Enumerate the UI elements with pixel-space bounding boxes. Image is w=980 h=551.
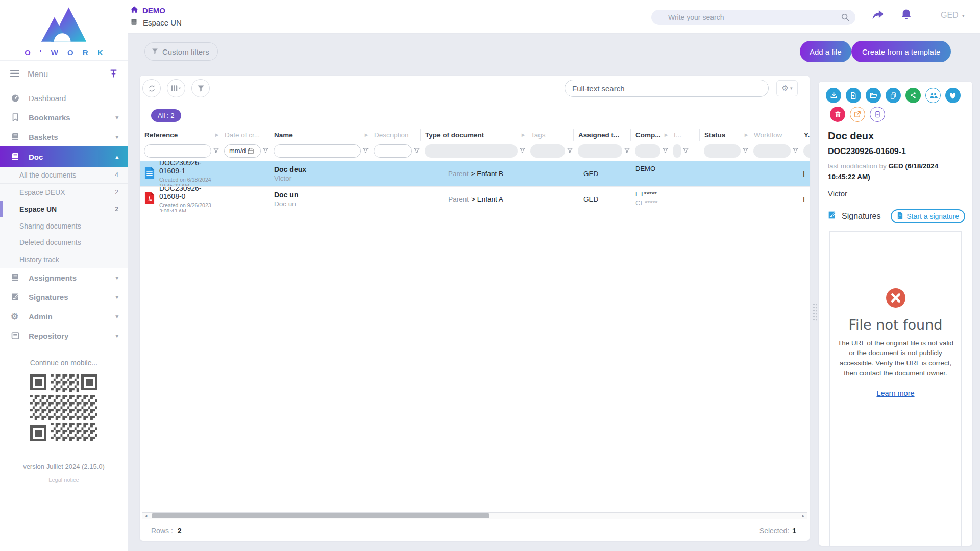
panel-resize-handle[interactable]	[813, 303, 818, 321]
user-menu[interactable]: GED ▾	[941, 11, 965, 20]
column-header-date[interactable]: Date of cr...	[220, 129, 270, 141]
fulltext-search-input[interactable]	[565, 80, 769, 97]
expand-column-icon[interactable]: ▸	[522, 131, 526, 138]
legal-notice-link[interactable]: Legal notice	[0, 477, 128, 483]
funnel-icon[interactable]	[567, 148, 573, 154]
filter-button[interactable]	[191, 79, 210, 97]
column-header-workflow[interactable]: Workflow	[749, 129, 799, 141]
column-header-y[interactable]: Y...	[799, 129, 810, 141]
scrollbar-track[interactable]	[150, 513, 800, 519]
filter-date-input[interactable]: mm/d	[224, 144, 261, 158]
funnel-icon[interactable]	[363, 148, 369, 154]
chevron-down-icon: ▾	[115, 114, 118, 121]
menu-row[interactable]: Menu	[0, 60, 128, 88]
assign-users-button[interactable]	[925, 88, 941, 103]
column-header-type[interactable]: Type of document▸	[421, 129, 526, 141]
column-header-description[interactable]: Description	[370, 129, 421, 141]
table-row[interactable]: DOC230926-01609-1 Created on 6/18/2024 1…	[140, 161, 810, 187]
expand-column-icon[interactable]: ▸	[215, 131, 220, 138]
share-icon[interactable]	[871, 9, 885, 23]
column-header-assigned[interactable]: Assigned t...	[574, 129, 631, 141]
version-label: version Juillet 2024 (2.15.0)	[0, 463, 128, 470]
column-header-name[interactable]: Name▸	[270, 129, 370, 141]
search-icon[interactable]	[841, 13, 849, 21]
filter-input-description[interactable]	[374, 144, 412, 158]
sidebar-item-sharing-documents[interactable]: Sharing documents	[0, 217, 128, 234]
refresh-button[interactable]	[142, 79, 161, 97]
expand-column-icon[interactable]: ▸	[365, 131, 370, 138]
create-from-template-button[interactable]: Create from a template	[851, 41, 951, 62]
filter-input-reference[interactable]	[144, 144, 211, 158]
assigned-to: GED	[583, 170, 631, 178]
bookmark-icon	[11, 113, 21, 122]
scroll-left-icon[interactable]: ◂	[142, 513, 150, 518]
funnel-icon[interactable]	[263, 148, 268, 154]
count-badge: 2	[115, 189, 118, 196]
table-settings-button[interactable]: ⚙▾	[776, 80, 798, 96]
open-folder-button[interactable]	[866, 88, 881, 103]
funnel-icon[interactable]	[683, 148, 689, 154]
share-button[interactable]	[905, 88, 921, 103]
filter-disabled-i	[673, 144, 681, 158]
favorite-button[interactable]	[945, 88, 961, 103]
custom-filters-button[interactable]: Custom filters	[144, 42, 218, 61]
breadcrumb-workspace[interactable]: DEMO	[130, 6, 165, 15]
sidebar-item-signatures[interactable]: Signatures ▾	[0, 287, 128, 307]
sidebar-item-espace-un[interactable]: Espace UN 2	[0, 201, 128, 217]
pin-sidebar-icon[interactable]	[110, 69, 117, 80]
hamburger-icon[interactable]	[10, 70, 19, 79]
global-search-input[interactable]	[651, 13, 841, 21]
column-header-i[interactable]: I...	[669, 129, 700, 141]
funnel-icon[interactable]	[213, 148, 219, 154]
download-button[interactable]	[826, 88, 841, 103]
filter-disabled-status	[704, 144, 741, 158]
all-count-badge[interactable]: All : 2	[151, 109, 181, 122]
sidebar: O ' W O R K Menu Dashboard Book	[0, 0, 128, 551]
sidebar-item-deleted-documents[interactable]: Deleted documents	[0, 234, 128, 251]
horizontal-scrollbar[interactable]: ◂ ▸	[142, 512, 807, 519]
funnel-icon[interactable]	[414, 148, 420, 154]
delete-button[interactable]	[830, 107, 845, 122]
continue-mobile-label: Continue on mobile...	[0, 359, 128, 367]
add-file-button[interactable]: Add a file	[800, 41, 851, 62]
funnel-icon[interactable]	[520, 148, 525, 154]
column-header-reference[interactable]: Reference▸	[140, 129, 220, 141]
filter-input-name[interactable]	[274, 144, 361, 158]
sidebar-item-all-documents[interactable]: All the documents 4	[0, 167, 128, 184]
sidebar-item-bookmarks[interactable]: Bookmarks ▾	[0, 108, 128, 127]
column-header-company[interactable]: Comp...▸	[631, 129, 669, 141]
scroll-right-icon[interactable]: ▸	[800, 513, 807, 518]
sidebar-item-baskets[interactable]: Baskets ▾	[0, 127, 128, 146]
sidebar-item-espace-deux[interactable]: Espace DEUX 2	[0, 184, 128, 201]
funnel-icon[interactable]	[663, 148, 668, 154]
sidebar-item-admin[interactable]: ⚙ Admin ▾	[0, 307, 128, 326]
breadcrumb-space[interactable]: Espace UN	[130, 18, 182, 28]
copy-button[interactable]	[886, 88, 901, 103]
document-properties-button[interactable]	[870, 107, 885, 122]
funnel-icon[interactable]	[793, 148, 798, 154]
sidebar-item-doc[interactable]: Doc ▴	[0, 146, 128, 167]
start-signature-button[interactable]: Start a signature	[891, 209, 965, 223]
detail-last-modification: last modification by GED (6/18/2024 10:4…	[828, 161, 964, 183]
expand-column-icon[interactable]: ▸	[745, 131, 749, 138]
detail-reference: DOC230926-01609-1	[828, 147, 972, 156]
company-sub-value: CE*****	[635, 199, 669, 207]
add-file-version-button[interactable]	[846, 88, 861, 103]
scrollbar-thumb[interactable]	[152, 513, 489, 518]
column-header-status[interactable]: Status▸	[700, 129, 749, 141]
sidebar-item-history-track[interactable]: History track	[0, 251, 128, 268]
chevron-down-icon: ▾	[115, 134, 118, 140]
sidebar-item-assignments[interactable]: Assignments ▾	[0, 268, 128, 287]
expand-column-icon[interactable]: ▸	[665, 131, 669, 138]
sidebar-item-dashboard[interactable]: Dashboard	[0, 88, 128, 108]
detail-description: Victor	[828, 189, 972, 198]
funnel-icon[interactable]	[624, 148, 630, 154]
bell-icon[interactable]	[900, 8, 913, 23]
funnel-icon[interactable]	[743, 148, 748, 154]
column-header-tags[interactable]: Tags	[526, 129, 574, 141]
learn-more-link[interactable]: Learn more	[876, 389, 914, 397]
columns-button[interactable]	[167, 79, 185, 97]
sidebar-item-repository[interactable]: Repository ▾	[0, 326, 128, 345]
open-external-button[interactable]	[850, 107, 865, 122]
table-row[interactable]: DOC230926-01608-0 Created on 9/26/2023 3…	[140, 187, 810, 212]
